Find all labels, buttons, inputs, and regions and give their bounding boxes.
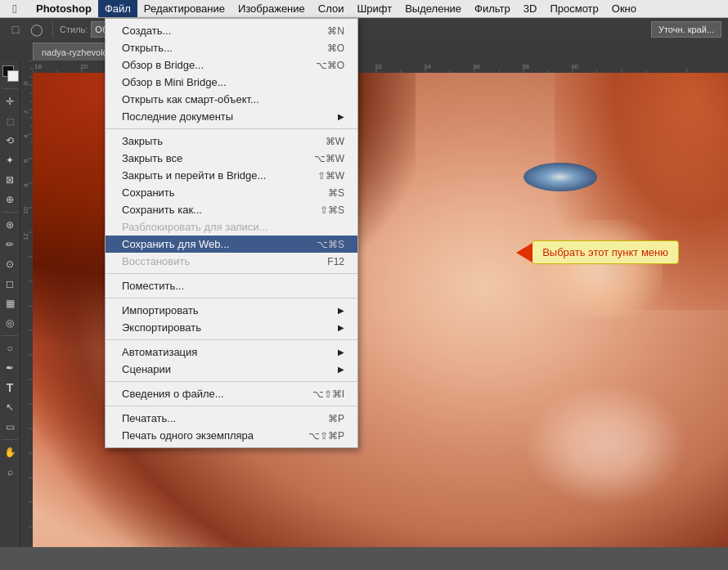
path-tool[interactable]: ↖ xyxy=(1,398,19,416)
menu-item-recent-arrow: ▶ xyxy=(338,112,344,121)
tools-separator-3 xyxy=(2,439,18,440)
tooltip-arrow xyxy=(516,243,533,263)
menu-item-open[interactable]: Открыть... ⌘O xyxy=(106,39,357,56)
menu-window[interactable]: Окно xyxy=(605,0,643,17)
menu-item-scripts[interactable]: Сценарии ▶ xyxy=(106,361,357,378)
tooltip-text: Выбрать этот пункт меню xyxy=(542,246,668,258)
menu-item-close-bridge[interactable]: Закрыть и перейти в Bridge... ⇧⌘W xyxy=(106,167,357,184)
toolbar-marquee-ellipse[interactable]: ◯ xyxy=(28,20,46,38)
refine-edge-button[interactable]: Уточн. край... xyxy=(651,21,721,38)
magic-wand-tool[interactable]: ✦ xyxy=(1,151,19,169)
menu-item-export-arrow: ▶ xyxy=(338,323,344,332)
menu-item-open-shortcut: ⌘O xyxy=(327,43,344,54)
menu-item-unlock: Разблокировать для записи... xyxy=(106,218,357,236)
color-swatch[interactable] xyxy=(1,64,19,82)
menu-layers[interactable]: Слои xyxy=(312,0,351,17)
menu-filter[interactable]: Фильтр xyxy=(468,0,517,17)
svg-text:18: 18 xyxy=(34,63,42,70)
hand-tool[interactable]: ✋ xyxy=(1,443,19,461)
menu-item-save-shortcut: ⌘S xyxy=(328,187,344,199)
crop-tool[interactable]: ⊠ xyxy=(1,171,19,189)
tools-panel: ✛ ⬚ ⟲ ✦ ⊠ ⊕ ⊛ ✏ ⊙ ◻ ▦ ◎ ○ ✒ T ↖ ▭ ✋ ⌕ xyxy=(0,61,20,547)
eyedropper-tool[interactable]: ⊕ xyxy=(1,191,19,209)
menu-item-print-one[interactable]: Печать одного экземпляра ⌥⇧⌘P xyxy=(106,427,357,444)
menu-item-open-label: Открыть... xyxy=(122,42,311,54)
menu-item-automate[interactable]: Автоматизация ▶ xyxy=(106,343,357,361)
menu-view[interactable]: Просмотр xyxy=(543,0,604,17)
gradient-tool[interactable]: ▦ xyxy=(1,294,19,312)
menu-item-close-bridge-shortcut: ⇧⌘W xyxy=(317,170,344,182)
menu-item-place-label: Поместить... xyxy=(122,280,328,292)
menu-item-new[interactable]: Создать... ⌘N xyxy=(106,22,357,39)
svg-text:0: 0 xyxy=(22,81,29,85)
menu-item-close-shortcut: ⌘W xyxy=(326,136,344,147)
app-name: Photoshop xyxy=(29,2,98,15)
menu-item-revert: Восстановить F12 xyxy=(106,253,357,270)
menu-item-save-as-label: Сохранить как... xyxy=(122,204,303,216)
tools-separator-top xyxy=(2,88,18,89)
menu-item-new-shortcut: ⌘N xyxy=(327,25,344,37)
menu-sep-2 xyxy=(106,273,357,274)
menu-item-revert-shortcut: F12 xyxy=(327,256,344,267)
lasso-tool[interactable]: ⟲ xyxy=(1,132,19,150)
menu-item-open-smart-label: Открыть как смарт-объект... xyxy=(122,93,328,105)
move-tool[interactable]: ✛ xyxy=(1,92,19,110)
menu-item-open-smart[interactable]: Открыть как смарт-объект... xyxy=(106,91,357,108)
menu-item-save-web-label: Сохранить для Web... xyxy=(122,238,300,250)
toolbar-marquee-rect[interactable]: □ xyxy=(7,20,25,38)
menu-image[interactable]: Изображение xyxy=(231,0,312,17)
menu-item-import[interactable]: Импортировать ▶ xyxy=(106,302,357,319)
menu-item-import-arrow: ▶ xyxy=(338,306,344,315)
menu-item-browse-bridge-shortcut: ⌥⌘O xyxy=(316,60,344,71)
menu-item-scripts-arrow: ▶ xyxy=(338,365,344,374)
menu-item-export[interactable]: Экспортировать ▶ xyxy=(106,319,357,336)
menu-item-file-info-label: Сведения о файле... xyxy=(122,388,296,400)
healing-tool[interactable]: ⊛ xyxy=(1,216,19,234)
svg-text:32: 32 xyxy=(375,63,382,70)
menu-item-new-label: Создать... xyxy=(122,25,311,37)
blur-tool[interactable]: ◎ xyxy=(1,314,19,332)
eraser-tool[interactable]: ◻ xyxy=(1,275,19,293)
menu-item-browse-mini[interactable]: Обзор в Mini Bridge... xyxy=(106,74,357,91)
svg-text:8: 8 xyxy=(22,183,29,187)
marquee-tool[interactable]: ⬚ xyxy=(1,112,19,130)
menu-item-print[interactable]: Печатать... ⌘P xyxy=(106,410,357,427)
menubar:  Photoshop Файл Редактирование Изображе… xyxy=(0,0,728,18)
menu-item-browse-bridge[interactable]: Обзор в Bridge... ⌥⌘O xyxy=(106,56,357,74)
menu-3d[interactable]: 3D xyxy=(517,0,544,17)
menu-item-close-bridge-label: Закрыть и перейти в Bridge... xyxy=(122,169,301,182)
menu-item-save-as[interactable]: Сохранить как... ⇧⌘S xyxy=(106,201,357,218)
text-tool[interactable]: T xyxy=(1,379,19,397)
clone-tool[interactable]: ⊙ xyxy=(1,255,19,273)
menu-item-close-all[interactable]: Закрыть все ⌥⌘W xyxy=(106,150,357,167)
svg-text:40: 40 xyxy=(571,63,578,70)
menu-item-unlock-label: Разблокировать для записи... xyxy=(122,221,328,233)
menu-file[interactable]: Файл xyxy=(98,0,137,17)
svg-text:12: 12 xyxy=(22,233,29,240)
menu-sep-6 xyxy=(106,406,357,406)
menu-item-file-info[interactable]: Сведения о файле... ⌥⇧⌘I xyxy=(106,385,357,402)
svg-text:10: 10 xyxy=(22,207,29,214)
menu-item-recent[interactable]: Последние документы ▶ xyxy=(106,108,357,125)
menu-edit[interactable]: Редактирование xyxy=(137,0,231,17)
svg-text:38: 38 xyxy=(522,63,529,70)
zoom-tool[interactable]: ⌕ xyxy=(1,463,19,481)
apple-menu[interactable]:  xyxy=(0,2,29,16)
pen-tool[interactable]: ✒ xyxy=(1,359,19,377)
shape-tool[interactable]: ▭ xyxy=(1,418,19,436)
menu-item-save[interactable]: Сохранить ⌘S xyxy=(106,184,357,201)
dodge-tool[interactable]: ○ xyxy=(1,339,19,357)
menu-item-close[interactable]: Закрыть ⌘W xyxy=(106,132,357,150)
menu-sep-4 xyxy=(106,339,357,340)
menu-item-print-shortcut: ⌘P xyxy=(328,413,344,424)
brush-tool[interactable]: ✏ xyxy=(1,236,19,254)
menu-item-save-web[interactable]: Сохранить для Web... ⌥⌘S xyxy=(106,236,357,253)
tools-separator-1 xyxy=(2,212,18,213)
menu-item-print-one-shortcut: ⌥⇧⌘P xyxy=(308,430,344,442)
menu-item-export-label: Экспортировать xyxy=(122,321,335,334)
menu-item-file-info-shortcut: ⌥⇧⌘I xyxy=(312,388,344,400)
menu-select[interactable]: Выделение xyxy=(398,0,468,17)
menu-font[interactable]: Шрифт xyxy=(350,0,398,17)
svg-text:6: 6 xyxy=(22,159,29,163)
menu-item-place[interactable]: Поместить... xyxy=(106,277,357,294)
